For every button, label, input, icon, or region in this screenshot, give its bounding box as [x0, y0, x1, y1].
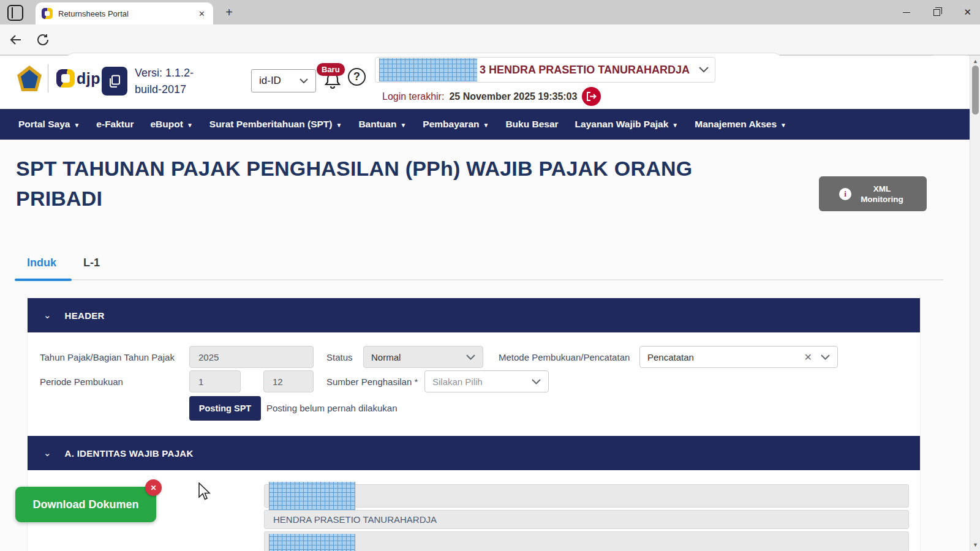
tab-l1[interactable]: L-1	[83, 257, 100, 269]
nav-buku-besar[interactable]: Buku Besar	[505, 119, 558, 130]
tab-actions-menu-icon[interactable]	[7, 5, 23, 21]
user-account-select[interactable]: 3 HENDRA PRASETIO TANURAHARDJA	[375, 57, 715, 83]
posting-status-text: Posting belum pernah dilakukan	[266, 403, 397, 413]
caret-down-icon: ▼	[74, 122, 80, 129]
nav-spt[interactable]: Surat Pemberitahuan (SPT)▼	[209, 119, 342, 130]
caret-down-icon: ▼	[483, 122, 489, 129]
page-title: SPT TAHUNAN PAJAK PENGHASILAN (PPh) WAJI…	[16, 154, 775, 214]
scroll-up-icon[interactable]: ▲	[970, 57, 980, 66]
logo-divider	[48, 64, 48, 92]
section-identitas-bar[interactable]: ⌄ A. IDENTITAS WAJIB PAJAK	[28, 436, 920, 470]
nik-redaction	[269, 534, 355, 551]
periode-label: Periode Pembukuan	[40, 377, 123, 387]
nav-portal-saya[interactable]: Portal Saya▼	[18, 119, 80, 130]
chevron-down-icon	[699, 67, 709, 73]
page-scrollbar[interactable]: ▲ ▼	[970, 56, 980, 551]
djp-logo: djp	[56, 69, 100, 88]
chevron-down-icon: ⌄	[43, 448, 51, 459]
xml-monitoring-label: XML Monitoring	[858, 184, 907, 204]
posting-spt-button[interactable]: Posting SPT	[189, 396, 261, 421]
last-login-row: Login terakhir: 25 November 2025 19:35:0…	[382, 87, 601, 106]
periode-to-input[interactable]	[263, 370, 314, 392]
help-glyph: ?	[353, 70, 360, 83]
metode-label: Metode Pembukuan/Pencatatan	[499, 352, 630, 362]
language-select[interactable]: id-ID	[251, 69, 316, 92]
window-close-button[interactable]: ✕	[963, 7, 971, 18]
scroll-down-icon[interactable]: ▼	[970, 541, 980, 550]
metode-select[interactable]: Pencatatan ✕	[639, 346, 838, 368]
scrollbar-thumb[interactable]	[972, 66, 979, 114]
caret-down-icon: ▼	[187, 122, 193, 129]
last-login-label: Login terakhir:	[382, 91, 444, 102]
nav-layanan-wp[interactable]: Layanan Wajib Pajak▼	[575, 119, 679, 130]
caret-down-icon: ▼	[336, 122, 342, 129]
chevron-down-icon	[821, 354, 830, 360]
help-button[interactable]: ?	[348, 68, 366, 86]
caret-down-icon: ▼	[400, 122, 406, 129]
document-copy-button[interactable]	[102, 67, 127, 96]
language-value: id-ID	[259, 75, 281, 87]
browser-toolbar: https://coretaxdjp.pajak.go.id/returnshe…	[0, 24, 980, 55]
chevron-down-icon: ⌄	[43, 310, 51, 321]
tab-close-icon[interactable]: ✕	[197, 9, 207, 18]
download-dokumen-button[interactable]: Download Dokumen	[15, 487, 156, 522]
metode-value: Pencatatan	[647, 352, 804, 362]
chevron-down-icon	[466, 354, 475, 360]
kemenkeu-logo-icon	[17, 66, 42, 91]
tab-induk[interactable]: Induk	[27, 257, 56, 269]
tab-title: Returnsheets Portal	[58, 9, 191, 18]
site-favicon-icon	[42, 8, 53, 19]
chevron-down-icon	[300, 78, 308, 84]
logout-icon	[586, 92, 597, 101]
last-login-value: 25 November 2025 19:35:03	[449, 91, 577, 102]
status-select[interactable]: Normal	[363, 346, 483, 368]
web-page: djp Versi: 1.1.2-build-2017 id-ID Baru ?…	[0, 56, 970, 551]
logout-button[interactable]	[582, 87, 601, 106]
section-identitas-title: A. IDENTITAS WAJIB PAJAK	[65, 448, 194, 459]
nav-pembayaran[interactable]: Pembayaran▼	[423, 119, 489, 130]
nav-e-faktur[interactable]: e-Faktur	[96, 119, 134, 130]
nik-field[interactable]	[264, 531, 909, 551]
window-restore-button[interactable]	[933, 9, 940, 16]
nav-bantuan[interactable]: Bantuan▼	[358, 119, 406, 130]
portal-header: djp Versi: 1.1.2-build-2017 id-ID Baru ?…	[0, 56, 970, 109]
periode-from-input[interactable]	[189, 370, 241, 392]
xml-monitoring-button[interactable]: i XML Monitoring	[819, 176, 927, 211]
sumber-label: Sumber Penghasilan *	[326, 377, 418, 387]
version-text: Versi: 1.1.2-build-2017	[135, 65, 208, 98]
new-tab-button[interactable]: +	[222, 6, 236, 20]
main-nav: Portal Saya▼ e-Faktur eBupot▼ Surat Pemb…	[0, 109, 970, 140]
info-icon: i	[839, 188, 851, 200]
notifications-button[interactable]: Baru	[317, 63, 350, 95]
caret-down-icon: ▼	[780, 122, 786, 129]
copy-icon	[108, 75, 121, 88]
name-value: HENDRA PRASETIO TANURAHARDJA	[273, 514, 437, 525]
user-name: 3 HENDRA PRASETIO TANURAHARDJA	[480, 64, 696, 77]
window-minimize-button[interactable]	[903, 12, 910, 13]
djp-logo-text: djp	[77, 70, 100, 88]
clear-icon[interactable]: ✕	[804, 351, 812, 363]
npwp-field[interactable]	[264, 484, 909, 508]
browser-tab[interactable]: Returnsheets Portal ✕	[36, 2, 213, 24]
tahun-pajak-label: Tahun Pajak/Bagian Tahun Pajak	[40, 352, 175, 362]
npwp-redaction	[379, 58, 477, 81]
form-tabs: Induk L-1	[15, 249, 943, 281]
caret-down-icon: ▼	[672, 122, 678, 129]
nav-manajemen-akses[interactable]: Manajemen Akses▼	[695, 119, 786, 130]
section-header-bar[interactable]: ⌄ HEADER	[28, 298, 920, 332]
close-icon[interactable]: ✕	[145, 479, 162, 496]
sumber-select[interactable]: Silakan Pilih	[424, 370, 549, 392]
status-label: Status	[326, 352, 353, 362]
djp-logo-icon	[56, 69, 75, 88]
tahun-pajak-input[interactable]	[189, 346, 314, 368]
nav-ebupot[interactable]: eBupot▼	[151, 119, 193, 130]
chevron-down-icon	[532, 379, 541, 384]
new-badge: Baru	[317, 63, 345, 76]
sumber-placeholder: Silakan Pilih	[432, 377, 532, 387]
refresh-icon[interactable]	[36, 32, 50, 47]
name-field[interactable]: HENDRA PRASETIO TANURAHARDJA	[264, 510, 909, 529]
npwp-redaction	[269, 482, 355, 510]
mouse-cursor	[198, 482, 211, 501]
active-tab-underline	[15, 279, 72, 281]
back-icon[interactable]	[9, 32, 23, 47]
